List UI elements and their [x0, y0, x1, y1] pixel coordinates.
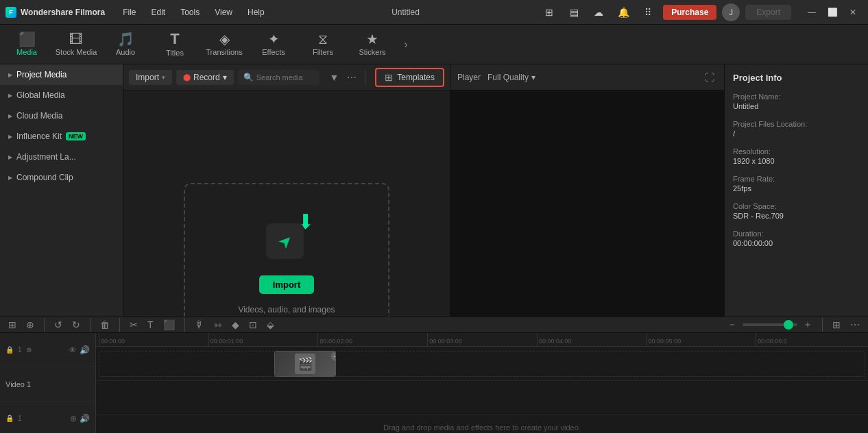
info-project-name-label: Project Name: [733, 92, 860, 101]
minimize-button[interactable]: — [802, 3, 821, 22]
sidebar-adjustment-label: Adjustment La... [16, 152, 76, 162]
track-audio-icon[interactable]: 🔊 [80, 345, 90, 355]
sidebar-compound-clip-label: Compound Clip [16, 173, 73, 182]
toolbar-stock-media[interactable]: 🎞 Stock Media [52, 27, 100, 62]
grid-view-icon[interactable]: ⊞ [830, 318, 843, 332]
record-button[interactable]: ⬤ Record ▾ [176, 70, 234, 85]
info-color-space-value: SDR - Rec.709 [733, 212, 860, 220]
cut-icon[interactable]: ✂ [127, 318, 141, 332]
clip-thumbnail: 🎬 [295, 354, 315, 374]
import-area-button[interactable]: Import [259, 275, 314, 294]
toolbar-audio[interactable]: 🎵 Audio [101, 27, 149, 62]
import-button[interactable]: Import ▾ [129, 70, 172, 85]
timeline-scenes-icon[interactable]: ⊞ [5, 318, 19, 332]
keyframe-icon[interactable]: ◆ [229, 318, 242, 332]
record-dropdown-icon: ▾ [223, 73, 227, 82]
info-files-label: Project Files Location: [733, 120, 860, 128]
toolbar-stickers-label: Stickers [359, 48, 385, 56]
menu-edit[interactable]: Edit [144, 5, 172, 20]
toolbar-titles[interactable]: T Titles [151, 27, 199, 62]
redo-icon[interactable]: ↻ [69, 318, 83, 332]
bell-icon[interactable]: 🔔 [614, 3, 633, 22]
subtitle-icon[interactable]: ⊡ [246, 318, 260, 332]
menu-file[interactable]: File [116, 5, 143, 20]
sidebar-item-adjustment[interactable]: ▶ Adjustment La... [0, 147, 123, 167]
track-num-icon: 🔒 [5, 346, 14, 354]
arrow-icon: ▶ [8, 92, 12, 99]
sidebar-item-compound-clip[interactable]: ▶ Compound Clip [0, 167, 123, 188]
zoom-in-icon[interactable]: ＋ [800, 317, 815, 332]
import-logo: ⬇ ➤ [259, 210, 314, 264]
zoom-controls: － ＋ [725, 317, 815, 332]
zoom-out-icon[interactable]: － [725, 317, 740, 332]
timeline-toolbar: ⊞ ⊕ ↺ ↻ 🗑 ✂ T ⬛ 🎙 ⇿ ◆ ⊡ ⬙ － ＋ [0, 317, 868, 333]
track-visible-icon[interactable]: 👁 [69, 345, 77, 355]
user-avatar[interactable]: J [722, 3, 740, 21]
window-title: Untitled [277, 8, 535, 17]
media-icon: ⬛ [19, 32, 36, 46]
toolbar-effects[interactable]: ✦ Effects [250, 27, 298, 62]
track-num-1: 1 [18, 346, 22, 354]
filters-icon: ⧖ [318, 32, 328, 46]
add-track-icon[interactable]: ⊕ [26, 346, 32, 354]
toolbar-effects-label: Effects [262, 48, 285, 56]
ruler-mark-0: 00:00:00 [99, 333, 208, 346]
tl-divider-3 [119, 318, 120, 332]
search-box[interactable]: 🔍 [238, 70, 320, 85]
sidebar-item-project-media[interactable]: ▶ Project Media [0, 64, 123, 85]
quality-selector[interactable]: Full Quality ▾ [487, 73, 535, 82]
more-options-icon[interactable]: ⋯ [344, 71, 359, 84]
record-dot-icon: ⬤ [183, 73, 191, 81]
purchase-button[interactable]: Purchase [663, 5, 716, 20]
audio-track-add-icon[interactable]: ⊕ [70, 414, 77, 423]
cloud-icon[interactable]: ☁ [589, 3, 608, 22]
track-label-video1: 🔒 1 ⊕ 👁 🔊 [0, 333, 95, 367]
split-audio-icon[interactable]: ⇿ [211, 318, 225, 332]
apps-icon[interactable]: ⠿ [638, 3, 658, 22]
templates-button[interactable]: ⊞ Templates [375, 68, 444, 87]
media-toolbar-icons: ▼ ⋯ [326, 71, 359, 84]
sidebar-project-media-label: Project Media [16, 70, 67, 79]
stickers-icon: ★ [366, 32, 378, 46]
placeholder-track [99, 351, 865, 377]
filmstrip-icon[interactable]: ▤ [564, 3, 583, 22]
ruler-mark-6: 00:00:06:0 [756, 333, 865, 346]
layout-icon[interactable]: ⊞ [540, 3, 559, 22]
close-button[interactable]: ✕ [843, 3, 863, 22]
more-timeline-icon[interactable]: ⋯ [847, 318, 863, 332]
zoom-bar[interactable] [743, 323, 797, 326]
color-icon[interactable]: ⬙ [264, 318, 277, 332]
fullscreen-icon[interactable]: ⛶ [702, 71, 717, 84]
sidebar-item-influence-kit[interactable]: ▶ Influence Kit NEW [0, 126, 123, 147]
audio-record-icon[interactable]: 🎙 [192, 318, 207, 332]
sidebar-item-cloud-media[interactable]: ▶ Cloud Media [0, 106, 123, 126]
undo-icon[interactable]: ↺ [51, 318, 65, 332]
toolbar-separator [365, 71, 365, 84]
toolbar-stickers[interactable]: ★ Stickers [348, 27, 396, 62]
toolbar-filters[interactable]: ⧖ Filters [299, 27, 347, 62]
menu-help[interactable]: Help [241, 5, 272, 20]
export-button[interactable]: Export [745, 5, 791, 20]
text-icon[interactable]: T [145, 318, 156, 332]
audio-track-num: 🔒 [5, 415, 14, 422]
crop-icon[interactable]: ⬛ [160, 318, 178, 332]
toolbar-transitions[interactable]: ◈ Transitions [200, 27, 248, 62]
toolbar-media[interactable]: ⬛ Media [3, 27, 51, 62]
tl-divider-5 [822, 318, 823, 332]
maximize-button[interactable]: ⬜ [823, 3, 842, 22]
sidebar-item-global-media[interactable]: ▶ Global Media [0, 85, 123, 106]
menu-tools[interactable]: Tools [173, 5, 206, 20]
audio-icon: 🎵 [117, 32, 134, 46]
video-clip[interactable]: 🎬 + [274, 351, 336, 377]
menu-view[interactable]: View [208, 5, 239, 20]
search-input[interactable] [256, 73, 315, 82]
tl-divider-2 [90, 318, 91, 332]
clip-add-button[interactable]: + [331, 351, 336, 361]
audio-track-mute-icon[interactable]: 🔊 [80, 414, 90, 423]
timeline-magnet-icon[interactable]: ⊕ [23, 318, 37, 332]
filter-icon[interactable]: ▼ [326, 71, 341, 84]
main-content: ▶ Project Media ▶ Global Media ▶ Cloud M… [0, 64, 868, 433]
toolbar-more-button[interactable]: › [398, 27, 414, 62]
timeline-ruler[interactable]: 00:00:00 00:00:01:00 00:00:02:00 00:00:0… [96, 333, 868, 347]
delete-icon[interactable]: 🗑 [97, 318, 112, 332]
